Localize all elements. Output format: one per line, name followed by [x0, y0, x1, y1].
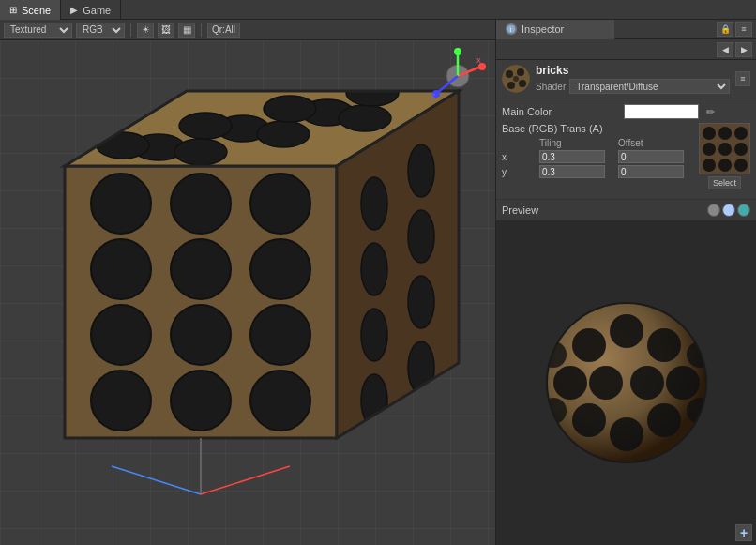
svg-point-26: [179, 113, 232, 139]
svg-point-12: [171, 305, 231, 365]
y-offset-input[interactable]: [618, 165, 684, 178]
svg-line-40: [112, 466, 201, 494]
svg-point-75: [647, 328, 681, 362]
x-axis-label: x: [502, 152, 536, 162]
svg-point-86: [687, 398, 713, 424]
svg-point-58: [519, 80, 526, 87]
svg-point-64: [734, 127, 748, 140]
preview-btn-blue[interactable]: [722, 204, 735, 217]
game-icon: ▶: [70, 5, 78, 15]
svg-point-63: [718, 127, 732, 140]
tiling-col-header: Tiling: [539, 138, 614, 148]
svg-point-45: [478, 63, 486, 70]
image-btn[interactable]: 🖼: [158, 23, 174, 38]
main-container: ⊞ Scene ▶ Game Textured Wireframe Solid …: [0, 0, 756, 545]
svg-line-41: [201, 466, 290, 494]
svg-point-66: [718, 143, 732, 156]
viewport-gizmo: X Y Z: [430, 48, 486, 104]
cube-svg: [18, 63, 477, 522]
y-axis-label: y: [502, 167, 536, 177]
search-btn[interactable]: Qr:All: [207, 23, 240, 38]
svg-point-73: [572, 328, 606, 362]
menu-btn[interactable]: ≡: [735, 22, 752, 37]
svg-point-78: [630, 366, 664, 400]
content-area: Textured Wireframe Solid RGB Alpha ☀ 🖼 ▦…: [0, 20, 756, 545]
viewport-mode-select[interactable]: Textured Wireframe Solid: [4, 23, 72, 38]
cube-area: [0, 40, 495, 545]
svg-point-67: [734, 143, 748, 156]
y-tiling-input[interactable]: [539, 165, 605, 178]
preview-canvas[interactable]: +: [496, 220, 756, 545]
options-btn[interactable]: ▶: [735, 42, 752, 57]
svg-point-27: [264, 96, 316, 122]
svg-point-14: [91, 371, 151, 431]
x-tiling-input[interactable]: [539, 150, 605, 163]
shader-select[interactable]: Transparent/Diffuse Diffuse Specular: [569, 79, 730, 94]
viewport-color-select[interactable]: RGB Alpha: [76, 23, 125, 38]
select-btn[interactable]: Select: [708, 176, 741, 189]
svg-point-68: [703, 159, 716, 172]
preview-header: Preview: [496, 200, 756, 220]
main-color-label: Main Color: [502, 106, 624, 117]
inspector-tab-bar: i Inspector 🔒 ≡: [496, 20, 756, 39]
eyedropper-btn[interactable]: ✏: [703, 104, 718, 119]
material-menu-btn[interactable]: ≡: [735, 71, 750, 86]
svg-point-80: [572, 403, 606, 437]
svg-point-28: [346, 80, 399, 106]
preview-btn-teal[interactable]: [737, 204, 750, 217]
svg-point-35: [361, 309, 387, 361]
material-header: bricks Shader Transparent/Diffuse Diffus…: [496, 60, 756, 98]
svg-point-22: [174, 139, 227, 165]
svg-point-23: [257, 121, 310, 147]
viewport-toolbar: Textured Wireframe Solid RGB Alpha ☀ 🖼 ▦…: [0, 20, 495, 40]
viewport-panel: Textured Wireframe Solid RGB Alpha ☀ 🖼 ▦…: [0, 20, 495, 545]
texture-info: Base (RGB) Trans (A) Tiling Offset x y: [502, 123, 693, 178]
svg-point-70: [734, 159, 748, 172]
shader-row: Shader Transparent/Diffuse Diffuse Specu…: [536, 79, 730, 94]
svg-point-85: [540, 398, 567, 424]
svg-point-15: [171, 371, 231, 431]
svg-point-65: [703, 143, 716, 156]
material-icon: [502, 65, 530, 93]
main-color-row: Main Color ✏: [502, 104, 750, 119]
svg-point-76: [553, 366, 587, 400]
svg-point-10: [250, 239, 310, 299]
tab-scene[interactable]: ⊞ Scene: [0, 0, 61, 20]
viewport-canvas[interactable]: X Y Z: [0, 40, 495, 545]
toolbar-separator-1: [130, 23, 131, 37]
inspector-tab-label: Inspector: [522, 23, 564, 35]
material-info: bricks Shader Transparent/Diffuse Diffus…: [536, 64, 730, 94]
preview-controls: [707, 204, 750, 217]
top-tab-bar: ⊞ Scene ▶ Game: [0, 0, 756, 20]
svg-point-6: [171, 174, 231, 234]
x-offset-input[interactable]: [618, 150, 684, 163]
svg-point-81: [610, 417, 643, 451]
texture-thumbnail[interactable]: [699, 123, 750, 174]
preview-btn-gray[interactable]: [707, 204, 720, 217]
lock-btn[interactable]: 🔒: [717, 22, 733, 37]
shader-label: Shader: [536, 82, 566, 92]
toolbar-separator-2: [201, 23, 202, 37]
inspector-toolbar: ◀ ▶: [496, 39, 756, 60]
svg-text:Z: Z: [431, 93, 436, 99]
search-label: Qr:All: [212, 24, 235, 35]
texture-thumb-svg: [700, 124, 750, 174]
inspector-tab-icon: i: [506, 23, 517, 35]
sun-btn[interactable]: ☀: [137, 23, 154, 38]
svg-point-57: [517, 68, 524, 76]
color-swatch[interactable]: [624, 104, 699, 119]
texture-label: Base (RGB) Trans (A): [502, 123, 693, 134]
svg-point-11: [91, 305, 151, 365]
grid-btn[interactable]: ▦: [178, 23, 195, 38]
inspector-panel: i Inspector 🔒 ≡ ◀ ▶: [495, 20, 756, 545]
svg-point-8: [91, 239, 151, 299]
svg-point-69: [718, 159, 732, 172]
main-color-value: ✏: [624, 104, 750, 119]
svg-point-83: [540, 341, 567, 368]
offset-col-header: Offset: [618, 138, 693, 148]
back-btn[interactable]: ◀: [717, 42, 733, 57]
tab-game[interactable]: ▶ Game: [61, 0, 121, 20]
add-button[interactable]: +: [735, 524, 752, 541]
tab-inspector[interactable]: i Inspector: [496, 20, 614, 39]
svg-point-74: [610, 314, 643, 348]
